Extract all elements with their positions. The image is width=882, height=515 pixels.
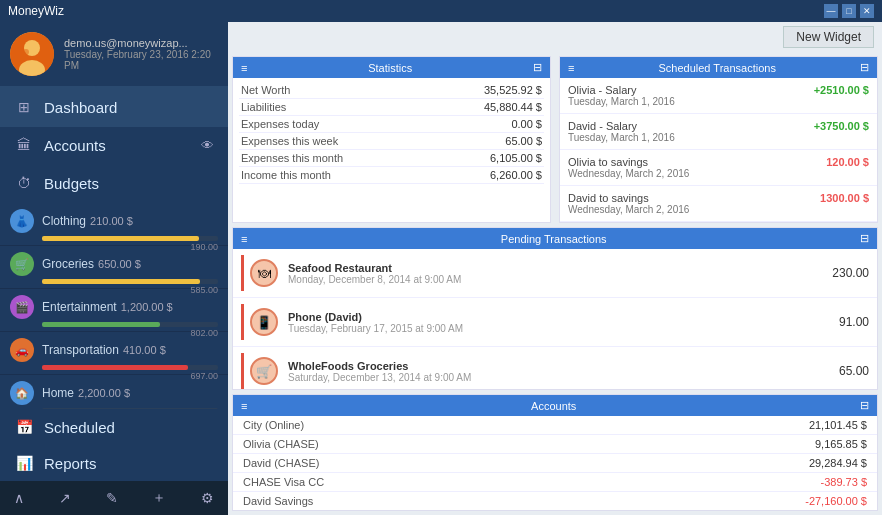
scheduled-panel: ≡ Scheduled Transactions ⊟ Olivia - Sala… [559,56,878,223]
budget-item[interactable]: 🚗 Transportation 410.00 $ 697.00 [0,332,228,375]
new-widget-button[interactable]: New Widget [783,26,874,48]
pending-date: Tuesday, February 17, 2015 at 9:00 AM [288,323,463,334]
scheduled-item[interactable]: Olivia to savings Wednesday, March 2, 20… [560,150,877,186]
acct-hamburger-icon[interactable]: ≡ [241,400,247,412]
edit-icon[interactable]: ✎ [106,490,118,506]
export-icon[interactable]: ↗ [59,490,71,506]
accounts-row[interactable]: David (CHASE) 29,284.94 $ [233,454,877,473]
sidebar-item-scheduled[interactable]: 📅 Scheduled [0,409,228,445]
eye-icon[interactable]: 👁 [201,138,214,153]
reports-icon: 📊 [14,453,34,473]
pending-items: 🍽 Seafood Restaurant Monday, December 8,… [233,249,877,390]
hamburger-icon[interactable]: ≡ [241,62,247,74]
sched-hamburger-icon[interactable]: ≡ [568,62,574,74]
avatar [10,32,54,76]
budget-item[interactable]: 👗 Clothing 210.00 $ 190.00 [0,203,228,246]
stats-label: Expenses this month [241,152,343,164]
accounts-panel-title: Accounts [531,400,576,412]
pending-item[interactable]: 🛒 WholeFoods Groceries Saturday, Decembe… [233,347,877,390]
sched-amount: 1300.00 $ [820,192,869,204]
acct-value: 21,101.45 $ [809,419,867,431]
dashboard-icon: ⊞ [14,97,34,117]
pending-bar [241,353,244,389]
statistics-table: Net Worth 35,525.92 $ Liabilities 45,880… [233,78,550,188]
maximize-button[interactable]: □ [842,4,856,18]
stats-value: 45,880.44 $ [484,101,542,113]
stats-label: Income this month [241,169,331,181]
budget-icon: 🏠 [10,381,34,405]
acct-value: 9,165.85 $ [815,438,867,450]
pending-amount: 230.00 [832,266,869,280]
title-bar: MoneyWiz — □ ✕ [0,0,882,22]
acct-name: David (CHASE) [243,457,319,469]
progress-label: 697.00 [190,371,218,381]
pending-hamburger-icon[interactable]: ≡ [241,233,247,245]
stats-label: Expenses today [241,118,319,130]
sched-date: Wednesday, March 2, 2016 [568,204,689,215]
sidebar-scheduled-label: Scheduled [44,419,115,436]
scheduled-item[interactable]: David to savings Wednesday, March 2, 201… [560,186,877,222]
budget-name: Clothing [42,214,86,228]
close-button[interactable]: ✕ [860,4,874,18]
progress-bar-fill [42,322,160,327]
sched-name: Olivia to savings [568,156,689,168]
pending-toggle-icon[interactable]: ⊟ [860,232,869,245]
top-panels: ≡ Statistics ⊟ Net Worth 35,525.92 $ Lia… [228,52,882,227]
pending-amount: 91.00 [839,315,869,329]
sched-name: David to savings [568,192,689,204]
pending-icon: 🛒 [250,357,278,385]
svg-point-3 [23,49,29,55]
pending-item[interactable]: 🍽 Seafood Restaurant Monday, December 8,… [233,249,877,298]
progress-label: 802.00 [190,328,218,338]
chevron-up-icon[interactable]: ∧ [14,490,24,506]
accounts-row[interactable]: City (Online) 21,101.45 $ [233,416,877,435]
avatar-inner [10,32,54,76]
stats-row: Expenses this month 6,105.00 $ [239,150,544,167]
stats-label: Expenses this week [241,135,338,147]
add-icon[interactable]: ＋ [152,489,166,507]
stats-label: Liabilities [241,101,286,113]
pending-name: WholeFoods Groceries [288,360,471,372]
sidebar-accounts-label: Accounts [44,137,106,154]
sched-amount: +3750.00 $ [814,120,869,132]
scheduled-item[interactable]: David - Salary Tuesday, March 1, 2016 +3… [560,114,877,150]
pending-date: Saturday, December 13, 2014 at 9:00 AM [288,372,471,383]
acct-value: 29,284.94 $ [809,457,867,469]
acct-value: -27,160.00 $ [805,495,867,507]
scheduled-item[interactable]: Olivia - Salary Tuesday, March 1, 2016 +… [560,78,877,114]
stats-row: Liabilities 45,880.44 $ [239,99,544,116]
stats-row: Income this month 6,260.00 $ [239,167,544,184]
stats-value: 6,105.00 $ [490,152,542,164]
budget-item[interactable]: 🎬 Entertainment 1,200.00 $ 802.00 [0,289,228,332]
budget-item[interactable]: 🛒 Groceries 650.00 $ 585.00 [0,246,228,289]
scheduled-items: Olivia - Salary Tuesday, March 1, 2016 +… [560,78,877,222]
accounts-row[interactable]: Olivia (CHASE) 9,165.85 $ [233,435,877,454]
accounts-row[interactable]: CHASE Visa CC -389.73 $ [233,473,877,492]
stats-value: 35,525.92 $ [484,84,542,96]
budget-amount: 650.00 $ [98,258,141,270]
user-profile[interactable]: demo.us@moneywizap... Tuesday, February … [0,22,228,87]
sidebar-item-dashboard[interactable]: ⊞ Dashboard [0,87,228,127]
sidebar-reports-label: Reports [44,455,97,472]
sidebar-item-accounts[interactable]: 🏛 Accounts 👁 [0,127,228,163]
pending-item[interactable]: 📱 Phone (David) Tuesday, February 17, 20… [233,298,877,347]
sched-date: Tuesday, March 1, 2016 [568,96,675,107]
progress-bar-fill [42,236,199,241]
stats-toggle-icon[interactable]: ⊟ [533,61,542,74]
budget-amount: 2,200.00 $ [78,387,130,399]
pending-amount: 65.00 [839,364,869,378]
gear-icon[interactable]: ⚙ [201,490,214,506]
sidebar-item-budgets[interactable]: ⏱ Budgets [0,163,228,203]
statistics-panel: ≡ Statistics ⊟ Net Worth 35,525.92 $ Lia… [232,56,551,223]
widget-btn-row: New Widget [228,22,882,52]
sidebar-item-reports[interactable]: 📊 Reports [0,445,228,481]
app-body: demo.us@moneywizap... Tuesday, February … [0,22,882,515]
minimize-button[interactable]: — [824,4,838,18]
accounts-row[interactable]: David Savings -27,160.00 $ [233,492,877,511]
acct-name: CHASE Visa CC [243,476,324,488]
acct-toggle-icon[interactable]: ⊟ [860,399,869,412]
sched-toggle-icon[interactable]: ⊟ [860,61,869,74]
stats-label: Net Worth [241,84,290,96]
stats-value: 65.00 $ [505,135,542,147]
user-info: demo.us@moneywizap... Tuesday, February … [64,37,218,71]
